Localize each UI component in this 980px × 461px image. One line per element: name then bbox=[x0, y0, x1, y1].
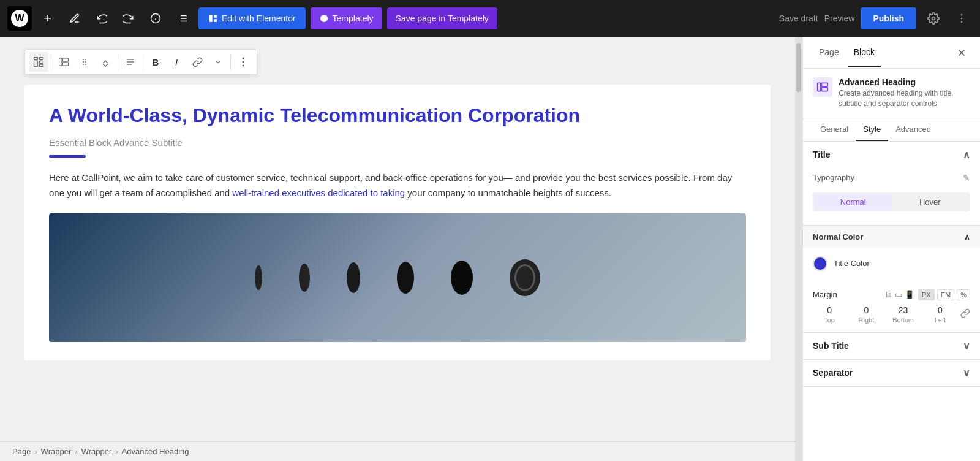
undo-button[interactable] bbox=[91, 7, 113, 29]
options-button[interactable] bbox=[233, 52, 253, 72]
block-type-button[interactable] bbox=[29, 52, 48, 72]
svg-rect-39 bbox=[818, 83, 821, 91]
block-info: Advanced Heading Create advanced heading… bbox=[803, 69, 980, 118]
italic-button[interactable]: I bbox=[167, 52, 186, 72]
desktop-icon[interactable]: 🖥 bbox=[884, 290, 892, 299]
unit-percent[interactable]: % bbox=[957, 289, 970, 300]
svg-point-13 bbox=[932, 17, 935, 20]
device-icons: 🖥 ▭ 📱 bbox=[884, 290, 914, 299]
svg-point-36 bbox=[243, 65, 244, 67]
right-panel: Page Block Advanced Heading Create advan… bbox=[802, 37, 980, 461]
panel-close-button[interactable] bbox=[953, 44, 970, 61]
info-button[interactable] bbox=[145, 7, 167, 29]
svg-rect-23 bbox=[63, 58, 69, 61]
preview-button[interactable]: Preview bbox=[824, 13, 855, 23]
subtitle-section[interactable]: Sub Title ∨ bbox=[803, 333, 980, 360]
normal-color-content: Title Color bbox=[803, 248, 980, 283]
tab-advanced[interactable]: Advanced bbox=[888, 118, 938, 141]
edit-elementor-button[interactable]: Edit with Elementor bbox=[198, 7, 306, 29]
svg-point-29 bbox=[83, 64, 84, 65]
tab-general[interactable]: General bbox=[813, 118, 856, 141]
normal-color-section: Normal Color ∧ Title Color bbox=[803, 226, 980, 283]
mobile-icon[interactable]: 📱 bbox=[905, 290, 914, 299]
tab-style[interactable]: Style bbox=[856, 118, 888, 141]
breadcrumb-sep2: › bbox=[75, 447, 77, 456]
unit-px[interactable]: PX bbox=[918, 289, 935, 300]
image-content bbox=[49, 213, 746, 342]
separator-section[interactable]: Separator ∨ bbox=[803, 360, 980, 387]
title-chevron-icon: ∧ bbox=[963, 149, 970, 161]
divider3 bbox=[143, 55, 143, 69]
align-button[interactable] bbox=[121, 52, 140, 72]
wp-logo[interactable]: W bbox=[7, 6, 32, 31]
margin-left-value[interactable]: 0 bbox=[938, 305, 943, 315]
subtitle-chevron-icon: ∨ bbox=[963, 340, 970, 352]
tab-block[interactable]: Block bbox=[848, 39, 881, 67]
margin-right-value[interactable]: 0 bbox=[864, 305, 869, 315]
subtitle[interactable]: Essential Block Advance Subtitle bbox=[49, 137, 746, 148]
more-options-button[interactable] bbox=[951, 7, 973, 29]
margin-bottom-value[interactable]: 23 bbox=[899, 305, 908, 315]
redo-button[interactable] bbox=[118, 7, 140, 29]
style-tabs: General Style Advanced bbox=[803, 118, 980, 142]
state-hover[interactable]: Hover bbox=[892, 194, 969, 210]
typography-edit-icon[interactable]: ✎ bbox=[963, 173, 970, 183]
add-button[interactable]: + bbox=[37, 7, 59, 29]
unit-em[interactable]: EM bbox=[937, 289, 955, 300]
state-normal[interactable]: Normal bbox=[815, 194, 892, 210]
breadcrumb-wrapper2[interactable]: Wrapper bbox=[81, 447, 112, 456]
normal-color-chevron-icon: ∧ bbox=[964, 232, 970, 242]
title-section-header[interactable]: Title ∧ bbox=[803, 142, 980, 168]
separator bbox=[49, 155, 86, 158]
updown-button[interactable] bbox=[96, 52, 115, 72]
tablet-icon[interactable]: ▭ bbox=[895, 290, 902, 299]
block-info-text: Advanced Heading Create advanced heading… bbox=[839, 77, 970, 109]
wp-logo-text: W bbox=[15, 13, 24, 24]
margin-bottom-label: Bottom bbox=[892, 316, 914, 324]
margin-label-row: Margin 🖥 ▭ 📱 PX EM % bbox=[813, 289, 970, 300]
heading-title[interactable]: A World-Class, Dynamic Telecommunication… bbox=[49, 103, 746, 129]
svg-point-15 bbox=[961, 18, 963, 20]
svg-rect-24 bbox=[63, 63, 69, 66]
margin-left-group: 0 Left bbox=[924, 305, 957, 324]
svg-point-16 bbox=[961, 21, 963, 23]
bold-button[interactable]: B bbox=[146, 52, 165, 72]
block-desc: Create advanced heading with title, subt… bbox=[839, 88, 970, 109]
svg-point-14 bbox=[961, 14, 963, 16]
svg-rect-19 bbox=[34, 61, 38, 66]
normal-color-header[interactable]: Normal Color ∧ bbox=[803, 226, 980, 248]
breadcrumb-wrapper1[interactable]: Wrapper bbox=[41, 447, 72, 456]
publish-button[interactable]: Publish bbox=[861, 7, 916, 29]
svg-point-30 bbox=[85, 64, 86, 65]
title-section: Title ∧ Typography ✎ Normal Hover bbox=[803, 142, 980, 226]
link-button[interactable] bbox=[187, 52, 207, 72]
move-button[interactable] bbox=[75, 52, 94, 72]
breadcrumb-page[interactable]: Page bbox=[12, 447, 31, 456]
scroll-bar[interactable] bbox=[795, 37, 802, 461]
unit-buttons: PX EM % bbox=[918, 289, 970, 300]
settings-button[interactable] bbox=[922, 7, 944, 29]
title-color-swatch[interactable] bbox=[813, 256, 827, 271]
pen-button[interactable] bbox=[64, 7, 86, 29]
state-tabs: Normal Hover bbox=[813, 192, 970, 211]
list-view-button[interactable] bbox=[172, 7, 194, 29]
svg-rect-17 bbox=[34, 58, 38, 60]
templately-button[interactable]: Templately bbox=[311, 7, 382, 29]
save-templately-button[interactable]: Save page in Templately bbox=[387, 7, 497, 29]
margin-top-value[interactable]: 0 bbox=[827, 305, 832, 315]
title-label: Title bbox=[813, 150, 831, 159]
margin-link-icon[interactable] bbox=[960, 308, 970, 320]
svg-rect-18 bbox=[40, 58, 43, 60]
margin-right-group: 0 Right bbox=[850, 305, 883, 324]
divider2 bbox=[118, 55, 118, 69]
typography-label: Typography bbox=[813, 173, 854, 182]
margin-right-label: Right bbox=[859, 316, 875, 324]
normal-color-label: Normal Color bbox=[813, 232, 863, 242]
breadcrumb-advanced-heading[interactable]: Advanced Heading bbox=[122, 447, 189, 456]
tab-page[interactable]: Page bbox=[813, 39, 845, 67]
save-draft-button[interactable]: Save draft bbox=[779, 13, 818, 23]
more-inline-button[interactable] bbox=[208, 52, 228, 72]
block-icon-button[interactable] bbox=[54, 52, 74, 72]
editor-area[interactable]: B I A World-Class, Dyn bbox=[0, 37, 795, 461]
panel-header: Page Block bbox=[803, 37, 980, 69]
